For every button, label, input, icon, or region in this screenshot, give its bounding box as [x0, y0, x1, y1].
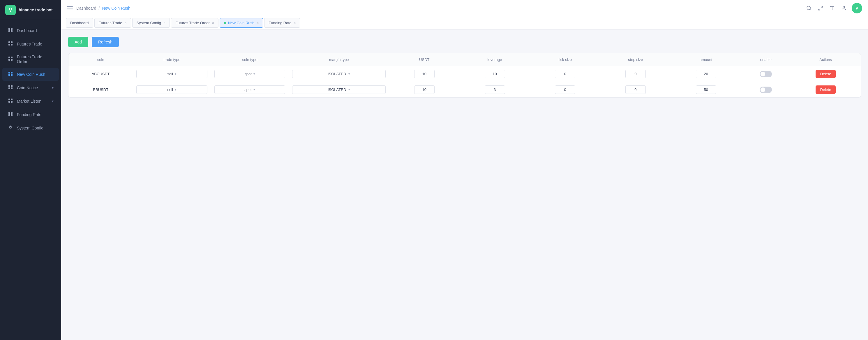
cell-enable-1[interactable] [741, 66, 791, 82]
tab-futures-trade-order[interactable]: Futures Trade Order × [171, 18, 218, 28]
cell-enable-2[interactable] [741, 82, 791, 98]
tab-dashboard[interactable]: Dashboard [66, 18, 93, 28]
svg-rect-14 [8, 74, 10, 76]
amount-input-1[interactable] [696, 70, 716, 78]
cell-amount-1[interactable] [671, 66, 741, 82]
cell-step-size-1[interactable] [600, 66, 671, 82]
leverage-input-2[interactable] [485, 85, 505, 94]
avatar[interactable]: V [852, 3, 862, 13]
account-button[interactable] [840, 4, 847, 12]
cell-actions-1[interactable]: Delete [790, 66, 861, 82]
tab-funding-rate[interactable]: Funding Rate × [264, 18, 300, 28]
sidebar-item-dashboard[interactable]: Dashboard [2, 24, 59, 37]
step-size-input-1[interactable] [625, 70, 646, 78]
tab-close-futures-trade[interactable]: × [125, 21, 127, 25]
cell-tick-size-2[interactable] [530, 82, 600, 98]
usdt-input-1[interactable] [414, 70, 435, 78]
margin-type-select-2[interactable]: ISOLATED ▾ [292, 85, 386, 94]
sidebar-item-futures-trade[interactable]: Futures Trade [2, 38, 59, 51]
svg-rect-27 [11, 114, 12, 116]
tick-size-input-1[interactable] [555, 70, 575, 78]
trade-type-select-1[interactable]: sell ▾ [136, 70, 207, 78]
data-table: coin trade type coin type margin type US… [68, 53, 861, 97]
add-button[interactable]: Add [68, 37, 88, 47]
svg-rect-25 [11, 112, 12, 114]
sidebar-item-funding-rate[interactable]: Funding Rate [2, 108, 59, 121]
cell-usdt-2[interactable] [389, 82, 460, 98]
cell-step-size-2[interactable] [600, 82, 671, 98]
sidebar-item-coin-notice[interactable]: Coin Notice ▾ [2, 81, 59, 94]
sidebar-item-label-market-listen: Market Listen [17, 99, 48, 104]
enable-toggle-1[interactable] [760, 71, 772, 77]
enable-toggle-2[interactable] [760, 87, 772, 93]
cell-coin-2: BBUSDT [68, 82, 133, 98]
hamburger-menu[interactable] [67, 6, 73, 10]
cell-trade-type-2[interactable]: sell ▾ [133, 82, 211, 98]
logo-icon: V [5, 5, 16, 15]
svg-rect-12 [8, 72, 10, 74]
cell-margin-type-2[interactable]: ISOLATED ▾ [289, 82, 389, 98]
search-button[interactable] [805, 4, 813, 12]
page-content: Add Refresh coin trade type coin type ma… [61, 30, 868, 340]
coin-type-select-2[interactable]: spot ▾ [214, 85, 285, 94]
margin-type-select-1[interactable]: ISOLATED ▾ [292, 70, 386, 78]
sidebar-item-system-config[interactable]: System Config [2, 121, 59, 135]
col-header-step-size: step size [600, 53, 671, 66]
breadcrumb-home[interactable]: Dashboard [76, 6, 96, 10]
tab-label-funding-rate: Funding Rate [269, 21, 291, 25]
fullscreen-button[interactable] [817, 4, 824, 12]
coin-type-chevron-icon-2: ▾ [253, 88, 255, 91]
margin-type-chevron-icon-1: ▾ [348, 72, 350, 76]
funding-rate-icon [7, 112, 13, 117]
sidebar-item-futures-trade-order[interactable]: Futures Trade Order [2, 51, 59, 67]
sidebar-item-market-listen[interactable]: Market Listen ▾ [2, 95, 59, 108]
cell-amount-2[interactable] [671, 82, 741, 98]
svg-line-31 [818, 8, 820, 10]
tab-close-new-coin-rush[interactable]: × [257, 21, 259, 25]
tab-system-config[interactable]: System Config × [132, 18, 170, 28]
tab-new-coin-rush[interactable]: New Coin Rush × [220, 18, 263, 28]
svg-rect-13 [11, 72, 12, 74]
delete-button-2[interactable]: Delete [815, 85, 836, 94]
sidebar-item-new-coin-rush[interactable]: New Coin Rush [2, 68, 59, 81]
svg-rect-17 [11, 85, 12, 87]
table-row: BBUSDT sell ▾ spot ▾ [68, 82, 861, 98]
coin-type-select-1[interactable]: spot ▾ [214, 70, 285, 78]
toolbar: Add Refresh [68, 37, 861, 47]
cell-trade-type-1[interactable]: sell ▾ [133, 66, 211, 82]
amount-input-2[interactable] [696, 85, 716, 94]
tab-futures-trade[interactable]: Futures Trade × [94, 18, 131, 28]
cell-tick-size-1[interactable] [530, 66, 600, 82]
cell-margin-type-1[interactable]: ISOLATED ▾ [289, 66, 389, 82]
cell-leverage-2[interactable] [460, 82, 530, 98]
tab-close-futures-trade-order[interactable]: × [212, 21, 214, 25]
trade-type-value-1: sell [167, 72, 173, 76]
cell-actions-2[interactable]: Delete [790, 82, 861, 98]
tab-label-futures-trade: Futures Trade [99, 21, 122, 25]
cell-usdt-1[interactable] [389, 66, 460, 82]
sidebar-logo: V binance trade bot [0, 0, 61, 20]
usdt-input-2[interactable] [414, 85, 435, 94]
col-header-tick-size: tick size [530, 53, 600, 66]
tab-close-system-config[interactable]: × [163, 21, 165, 25]
step-size-input-2[interactable] [625, 85, 646, 94]
trade-type-select-2[interactable]: sell ▾ [136, 85, 207, 94]
topbar: Dashboard / New Coin Rush V [61, 0, 868, 16]
leverage-input-1[interactable] [485, 70, 505, 78]
cell-coin-type-2[interactable]: spot ▾ [211, 82, 289, 98]
cell-leverage-1[interactable] [460, 66, 530, 82]
margin-type-value-1: ISOLATED [328, 72, 346, 76]
sidebar-item-label-new-coin-rush: New Coin Rush [17, 72, 54, 77]
svg-rect-3 [11, 30, 12, 32]
svg-point-28 [807, 6, 810, 10]
svg-rect-0 [8, 28, 10, 30]
font-button[interactable] [828, 4, 836, 12]
refresh-button[interactable]: Refresh [92, 37, 119, 47]
margin-type-value-2: ISOLATED [328, 87, 346, 92]
cell-coin-type-1[interactable]: spot ▾ [211, 66, 289, 82]
tick-size-input-2[interactable] [555, 85, 575, 94]
delete-button-1[interactable]: Delete [815, 70, 836, 78]
svg-rect-11 [11, 59, 12, 61]
tab-close-funding-rate[interactable]: × [293, 21, 296, 25]
col-header-coin-type: coin type [211, 53, 289, 66]
